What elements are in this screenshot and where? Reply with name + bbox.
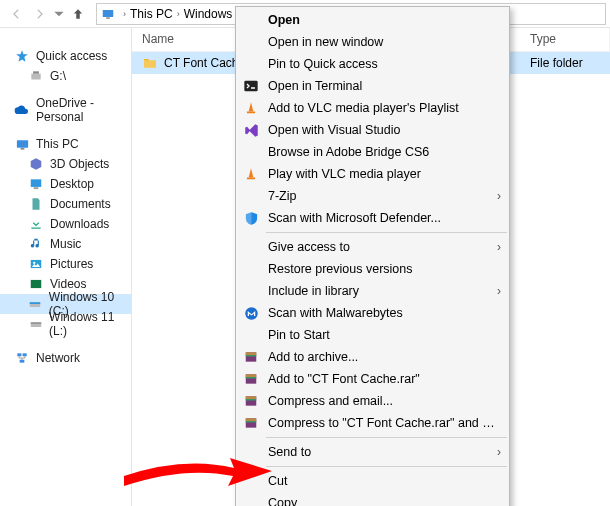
svg-rect-5 bbox=[20, 148, 24, 149]
star-icon bbox=[14, 48, 30, 64]
svg-rect-14 bbox=[30, 322, 41, 324]
music-icon bbox=[28, 236, 44, 252]
ctx-visual-studio[interactable]: Open with Visual Studio bbox=[236, 119, 509, 141]
pictures-icon bbox=[28, 256, 44, 272]
sidebar: Quick access G:\ OneDrive - Personal Thi… bbox=[0, 28, 132, 506]
ctx-add-rar[interactable]: Add to "CT Font Cache.rar" bbox=[236, 368, 509, 390]
sidebar-this-pc[interactable]: This PC bbox=[0, 134, 131, 154]
ctx-open-terminal[interactable]: Open in Terminal bbox=[236, 75, 509, 97]
chevron-right-icon: › bbox=[497, 189, 501, 203]
svg-rect-4 bbox=[16, 140, 27, 148]
ctx-pin-start[interactable]: Pin to Start bbox=[236, 324, 509, 346]
svg-rect-7 bbox=[34, 188, 39, 189]
pc-icon bbox=[101, 7, 115, 21]
network-icon bbox=[14, 350, 30, 366]
winrar-icon bbox=[240, 346, 262, 368]
sidebar-item-music[interactable]: Music bbox=[0, 234, 131, 254]
vlc-icon bbox=[240, 163, 262, 185]
svg-rect-2 bbox=[31, 74, 40, 80]
sidebar-onedrive[interactable]: OneDrive - Personal bbox=[0, 100, 131, 120]
videos-icon bbox=[28, 276, 44, 292]
svg-rect-20 bbox=[247, 178, 255, 180]
cube-icon bbox=[28, 156, 44, 172]
sidebar-item-pictures[interactable]: Pictures bbox=[0, 254, 131, 274]
svg-rect-27 bbox=[246, 377, 257, 378]
ctx-malwarebytes[interactable]: Scan with Malwarebytes bbox=[236, 302, 509, 324]
arrow-left-icon bbox=[9, 7, 23, 21]
svg-rect-18 bbox=[244, 81, 257, 92]
ctx-open[interactable]: Open bbox=[236, 9, 509, 31]
svg-point-21 bbox=[245, 307, 258, 320]
svg-rect-33 bbox=[246, 421, 257, 422]
sidebar-item-downloads[interactable]: Downloads bbox=[0, 214, 131, 234]
ctx-defender[interactable]: Scan with Microsoft Defender... bbox=[236, 207, 509, 229]
ctx-cut[interactable]: Cut bbox=[236, 470, 509, 492]
winrar-icon bbox=[240, 390, 262, 412]
desktop-icon bbox=[28, 176, 44, 192]
svg-rect-16 bbox=[23, 353, 27, 356]
sidebar-quick-access[interactable]: Quick access bbox=[0, 46, 131, 66]
col-type[interactable]: Type bbox=[520, 28, 610, 51]
chevron-right-icon: › bbox=[497, 445, 501, 459]
svg-rect-29 bbox=[246, 396, 257, 399]
row-type: File folder bbox=[520, 56, 583, 70]
chevron-down-icon bbox=[52, 7, 66, 21]
recent-dropdown[interactable] bbox=[52, 2, 66, 26]
chevron-right-icon: › bbox=[497, 240, 501, 254]
terminal-icon bbox=[240, 75, 262, 97]
svg-rect-10 bbox=[31, 280, 42, 288]
forward-button[interactable] bbox=[28, 2, 52, 26]
row-name: CT Font Cache bbox=[164, 56, 245, 70]
svg-rect-6 bbox=[31, 179, 42, 187]
svg-rect-3 bbox=[33, 71, 39, 73]
ctx-restore-previous[interactable]: Restore previous versions bbox=[236, 258, 509, 280]
cloud-icon bbox=[14, 102, 30, 118]
vlc-icon bbox=[240, 97, 262, 119]
ctx-adobe-bridge[interactable]: Browse in Adobe Bridge CS6 bbox=[236, 141, 509, 163]
ctx-pin-quick-access[interactable]: Pin to Quick access bbox=[236, 53, 509, 75]
shield-icon bbox=[240, 207, 262, 229]
sidebar-item-g[interactable]: G:\ bbox=[0, 66, 131, 86]
svg-rect-12 bbox=[30, 302, 41, 304]
svg-rect-30 bbox=[246, 399, 257, 400]
svg-rect-19 bbox=[247, 112, 255, 114]
sidebar-network[interactable]: Network bbox=[0, 348, 131, 368]
pc-icon bbox=[14, 136, 30, 152]
arrow-right-icon bbox=[33, 7, 47, 21]
usb-drive-icon bbox=[28, 68, 44, 84]
ctx-vlc-play[interactable]: Play with VLC media player bbox=[236, 163, 509, 185]
breadcrumb-seg[interactable]: This PC bbox=[130, 7, 173, 21]
drive-icon bbox=[28, 316, 43, 332]
sidebar-item-documents[interactable]: Documents bbox=[0, 194, 131, 214]
sidebar-item-l-drive[interactable]: Windows 11 (L:) bbox=[0, 314, 131, 334]
ctx-send-to[interactable]: Send to› bbox=[236, 441, 509, 463]
svg-point-9 bbox=[33, 262, 35, 264]
chevron-right-icon: › bbox=[497, 284, 501, 298]
up-button[interactable] bbox=[66, 2, 90, 26]
back-button[interactable] bbox=[4, 2, 28, 26]
ctx-7zip[interactable]: 7-Zip› bbox=[236, 185, 509, 207]
context-menu: Open Open in new window Pin to Quick acc… bbox=[235, 6, 510, 506]
sidebar-item-3d[interactable]: 3D Objects bbox=[0, 154, 131, 174]
svg-rect-32 bbox=[246, 418, 257, 421]
svg-rect-17 bbox=[20, 360, 25, 363]
ctx-open-new-window[interactable]: Open in new window bbox=[236, 31, 509, 53]
ctx-copy[interactable]: Copy bbox=[236, 492, 509, 506]
ctx-compress-rar-email[interactable]: Compress to "CT Font Cache.rar" and emai… bbox=[236, 412, 509, 434]
malwarebytes-icon bbox=[240, 302, 262, 324]
ctx-give-access[interactable]: Give access to› bbox=[236, 236, 509, 258]
winrar-icon bbox=[240, 368, 262, 390]
ctx-add-archive[interactable]: Add to archive... bbox=[236, 346, 509, 368]
svg-rect-15 bbox=[17, 353, 21, 356]
ctx-compress-email[interactable]: Compress and email... bbox=[236, 390, 509, 412]
drive-icon bbox=[28, 296, 43, 312]
download-icon bbox=[28, 216, 44, 232]
sidebar-item-desktop[interactable]: Desktop bbox=[0, 174, 131, 194]
arrow-up-icon bbox=[71, 7, 85, 21]
ctx-vlc-playlist[interactable]: Add to VLC media player's Playlist bbox=[236, 97, 509, 119]
svg-rect-24 bbox=[246, 355, 257, 356]
ctx-include-library[interactable]: Include in library› bbox=[236, 280, 509, 302]
winrar-icon bbox=[240, 412, 262, 434]
svg-rect-1 bbox=[106, 17, 110, 18]
svg-rect-26 bbox=[246, 374, 257, 377]
